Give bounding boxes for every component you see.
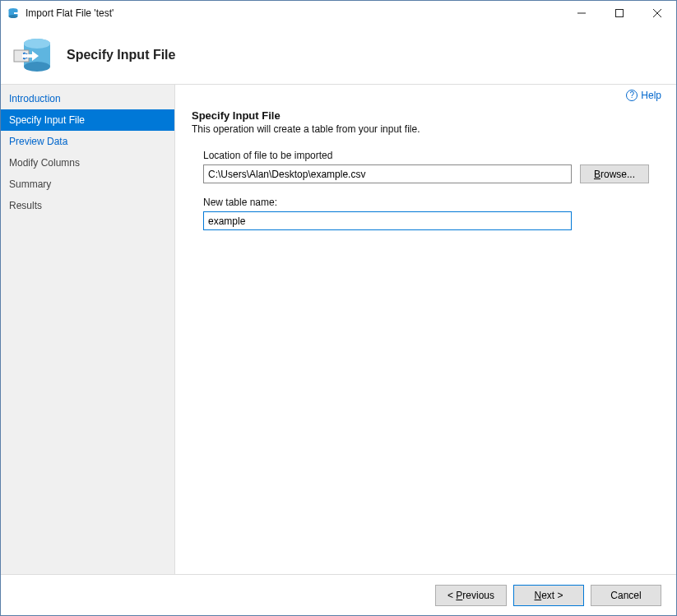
svg-point-9 xyxy=(24,62,50,72)
sidebar-item-modify-columns: Modify Columns xyxy=(1,152,174,174)
table-name-label: New table name: xyxy=(203,197,660,208)
minimize-button[interactable] xyxy=(563,1,600,25)
app-icon xyxy=(7,7,21,20)
window-controls xyxy=(563,1,676,25)
sidebar-item-preview-data[interactable]: Preview Data xyxy=(1,131,174,152)
database-import-icon xyxy=(12,34,55,76)
wizard-footer: < Previous Next > Cancel xyxy=(1,574,676,615)
wizard-body: Introduction Specify Input File Preview … xyxy=(1,85,676,574)
page-title: Specify Input File xyxy=(67,48,175,63)
svg-rect-4 xyxy=(616,10,624,17)
sidebar-item-introduction[interactable]: Introduction xyxy=(1,88,174,109)
help-link[interactable]: ? Help xyxy=(626,90,661,101)
section-description: This operation will create a table from … xyxy=(192,123,660,135)
wizard-header: Specify Input File xyxy=(1,25,676,85)
cancel-button[interactable]: Cancel xyxy=(591,585,661,606)
sidebar-item-summary: Summary xyxy=(1,174,174,195)
location-input[interactable] xyxy=(203,164,572,183)
previous-button[interactable]: < Previous xyxy=(435,585,507,606)
sidebar-item-specify-input[interactable]: Specify Input File xyxy=(1,109,174,131)
wizard-content: ? Help Specify Input File This operation… xyxy=(175,85,676,574)
maximize-button[interactable] xyxy=(600,1,638,25)
next-button[interactable]: Next > xyxy=(513,585,584,606)
sidebar-item-results: Results xyxy=(1,195,174,216)
browse-button[interactable]: Browse... xyxy=(580,164,649,183)
svg-point-10 xyxy=(24,39,50,49)
section-title: Specify Input File xyxy=(192,109,660,122)
close-button[interactable] xyxy=(638,1,676,25)
location-label: Location of file to be imported xyxy=(203,150,660,161)
titlebar: Import Flat File 'test' xyxy=(1,1,676,25)
svg-point-2 xyxy=(9,15,18,18)
help-label: Help xyxy=(641,90,661,101)
window-title: Import Flat File 'test' xyxy=(26,7,563,19)
help-icon: ? xyxy=(626,90,638,101)
table-name-input[interactable] xyxy=(203,211,572,230)
wizard-sidebar: Introduction Specify Input File Preview … xyxy=(1,85,175,574)
